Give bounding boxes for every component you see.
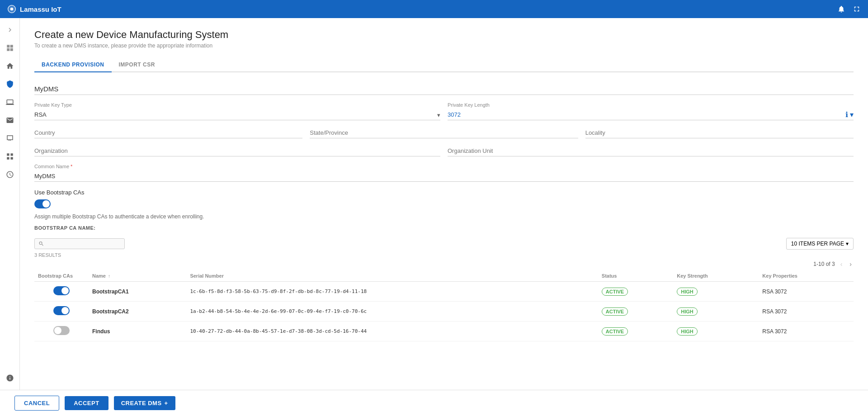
pagination-row: 1-10 of 3 ‹ › xyxy=(34,260,854,269)
svg-point-1 xyxy=(10,8,14,11)
bootstrap-cas-toggle[interactable] xyxy=(34,199,51,208)
common-name-input[interactable] xyxy=(34,171,854,182)
row-key-properties: RSA 3072 xyxy=(759,302,854,321)
name-sort-icon: ↑ xyxy=(108,274,110,279)
organization-input[interactable] xyxy=(34,146,440,156)
row-key-properties: RSA 3072 xyxy=(759,321,854,341)
sidebar-item-grid2[interactable] xyxy=(2,148,18,165)
pagination-next-btn[interactable]: › xyxy=(848,260,854,269)
ca-table: Bootstrap CAs Name ↑ Serial Number Statu… xyxy=(34,270,854,341)
sidebar-collapse-btn[interactable] xyxy=(2,22,18,38)
search-input[interactable] xyxy=(46,241,121,247)
brand-icon xyxy=(7,5,16,14)
sidebar-item-ca[interactable] xyxy=(2,76,18,92)
items-per-page-label: 10 ITEMS PER PAGE xyxy=(791,241,844,247)
sidebar-item-mail[interactable] xyxy=(2,112,18,128)
row-toggle-cell xyxy=(34,321,89,341)
organization-field xyxy=(34,146,440,156)
accept-button[interactable]: ACCEPT xyxy=(65,396,108,410)
row-status: ACTIVE xyxy=(598,302,673,321)
private-key-type-select[interactable]: RSA ECDSA xyxy=(34,109,440,120)
fullscreen-icon[interactable] xyxy=(853,5,861,13)
cancel-button[interactable]: CANCEL xyxy=(14,396,59,411)
common-name-field: Common Name xyxy=(34,164,854,182)
row-key-strength: HIGH xyxy=(673,321,759,341)
country-input[interactable] xyxy=(34,128,302,138)
table-row: BootstrapCA11c-6b-f5-8d-f3-58-5b-63-75-d… xyxy=(34,282,854,302)
sidebar xyxy=(0,18,20,390)
create-dms-plus-icon: + xyxy=(165,400,168,407)
locality-input[interactable] xyxy=(585,128,854,138)
tab-backend-provision[interactable]: BACKEND PROVISION xyxy=(34,58,112,72)
row-key-strength: HIGH xyxy=(673,302,759,321)
bell-icon[interactable] xyxy=(837,5,845,13)
row-toggle-cell xyxy=(34,282,89,302)
key-fields-group: Private Key Type RSA ECDSA ▾ Private Key… xyxy=(34,102,854,120)
page-title: Create a new Device Manufacturing System xyxy=(34,29,854,41)
row-serial: 10-40-27-72-db-44-0a-8b-45-57-1e-d7-38-0… xyxy=(186,321,598,341)
tabs: BACKEND PROVISION IMPORT CSR xyxy=(34,58,854,72)
table-row: BootstrapCA21a-b2-44-b8-54-5b-4e-4e-2d-6… xyxy=(34,302,854,321)
col-key-strength: Key Strength xyxy=(673,270,759,282)
private-key-type-field: Private Key Type RSA ECDSA ▾ xyxy=(34,102,440,120)
sidebar-item-dashboard[interactable] xyxy=(2,40,18,56)
col-serial: Serial Number xyxy=(186,270,598,282)
search-icon xyxy=(38,241,44,247)
common-name-label: Common Name xyxy=(34,164,854,169)
dms-name-input[interactable] xyxy=(34,83,854,95)
bootstrap-description: Assign multiple Bootstrap CAs to authent… xyxy=(34,213,854,220)
bootstrap-cas-section: Use Bootstrap CAs Assign multiple Bootst… xyxy=(34,189,854,231)
row-status: ACTIVE xyxy=(598,282,673,302)
location-fields-group xyxy=(34,128,854,138)
row-status: ACTIVE xyxy=(598,321,673,341)
state-input[interactable] xyxy=(310,128,578,138)
pagination-label: 1-10 of 3 xyxy=(813,261,835,267)
sidebar-item-home[interactable] xyxy=(2,58,18,74)
tab-import-csr[interactable]: IMPORT CSR xyxy=(112,58,162,72)
create-dms-button[interactable]: CREATE DMS + xyxy=(114,396,175,410)
row-key-strength: HIGH xyxy=(673,282,759,302)
sidebar-item-device[interactable] xyxy=(2,94,18,110)
org-fields-group xyxy=(34,146,854,156)
row-serial: 1a-b2-44-b8-54-5b-4e-4e-2d-6e-99-07-0c-0… xyxy=(186,302,598,321)
private-key-length-input[interactable] xyxy=(448,109,845,120)
col-key-properties: Key Properties xyxy=(759,270,854,282)
pagination-prev-btn[interactable]: ‹ xyxy=(839,260,844,269)
sidebar-item-monitor[interactable] xyxy=(2,130,18,147)
items-per-page-btn[interactable]: 10 ITEMS PER PAGE ▾ xyxy=(786,238,854,250)
bootstrap-cas-label: Use Bootstrap CAs xyxy=(34,189,854,196)
col-name[interactable]: Name ↑ xyxy=(89,270,186,282)
row-serial: 1c-6b-f5-8d-f3-58-5b-63-75-d9-8f-2f-db-b… xyxy=(186,282,598,302)
table-row: Findus10-40-27-72-db-44-0a-8b-45-57-1e-d… xyxy=(34,321,854,341)
col-bootstrap-cas: Bootstrap CAs xyxy=(34,270,89,282)
org-unit-field xyxy=(448,146,854,156)
state-field xyxy=(310,128,578,138)
row-toggle-1[interactable] xyxy=(53,306,70,315)
search-pagination-row: 10 ITEMS PER PAGE ▾ xyxy=(34,238,854,250)
brand: Lamassu IoT xyxy=(7,5,61,14)
private-key-length-field: Private Key Length ℹ ▾ xyxy=(448,102,854,120)
search-box xyxy=(34,238,125,249)
top-nav-actions xyxy=(837,5,861,13)
locality-field xyxy=(585,128,854,138)
private-key-type-label: Private Key Type xyxy=(34,102,440,108)
page-subtitle: To create a new DMS instance, please pro… xyxy=(34,43,854,49)
items-per-page-arrow-icon: ▾ xyxy=(846,241,849,247)
bottom-bar: CANCEL ACCEPT CREATE DMS + xyxy=(0,390,868,416)
row-name: Findus xyxy=(89,321,186,341)
create-dms-label: CREATE DMS xyxy=(121,400,162,407)
key-length-info-icon[interactable]: ℹ ▾ xyxy=(845,110,854,119)
row-toggle-0[interactable] xyxy=(53,286,70,295)
private-key-length-label: Private Key Length xyxy=(448,102,854,108)
dms-name-field xyxy=(34,83,854,95)
brand-name: Lamassu IoT xyxy=(20,5,61,13)
org-unit-input[interactable] xyxy=(448,146,854,156)
bootstrap-ca-name-label: BOOTSTRAP CA NAME: xyxy=(34,225,854,231)
sidebar-item-info[interactable] xyxy=(2,370,18,386)
sidebar-item-clock[interactable] xyxy=(2,166,18,183)
main-layout: Create a new Device Manufacturing System… xyxy=(0,18,868,390)
row-toggle-cell xyxy=(34,302,89,321)
country-field xyxy=(34,128,302,138)
row-toggle-2[interactable] xyxy=(53,326,70,335)
top-nav: Lamassu IoT xyxy=(0,0,868,18)
